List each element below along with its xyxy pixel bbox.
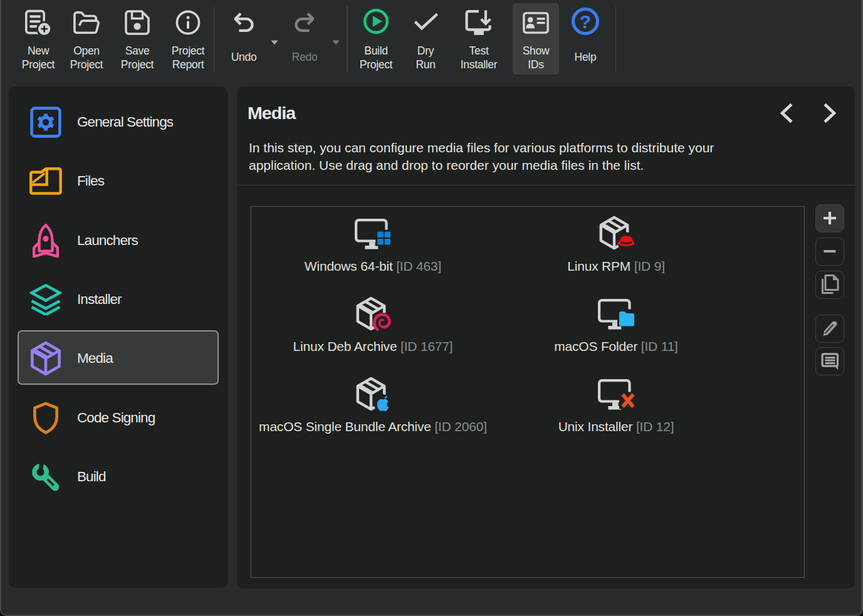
svg-text:?: ? xyxy=(580,11,591,32)
